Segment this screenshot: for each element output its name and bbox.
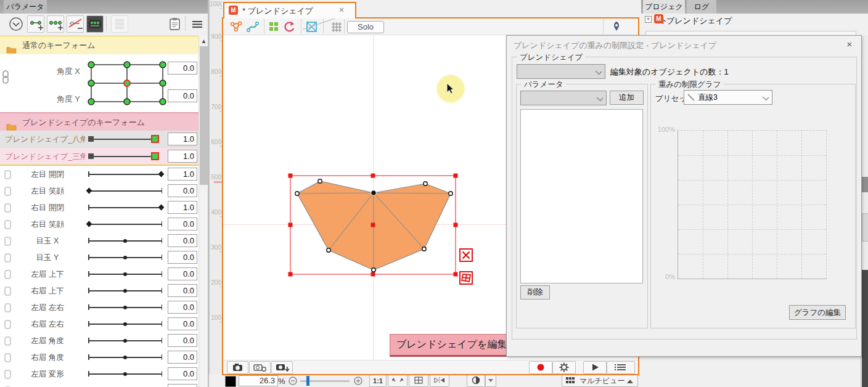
mesh-vertex[interactable] (422, 247, 426, 251)
parameter-slider[interactable] (88, 166, 162, 182)
parameter-value[interactable]: 0.0 (168, 89, 197, 102)
link-icon[interactable] (4, 170, 11, 179)
parameter-value[interactable]: 1.0 (168, 150, 197, 163)
slider-handle[interactable] (123, 322, 127, 326)
slider-keyform-handle[interactable] (151, 135, 159, 143)
parameter-value[interactable]: 0.0 (168, 62, 197, 75)
zoom-100-button[interactable]: 1:1 (369, 375, 387, 387)
parameter-value[interactable]: 1.0 (168, 201, 197, 214)
slider-handle[interactable] (123, 372, 127, 376)
parameter-value[interactable] (168, 384, 197, 387)
glue-icon[interactable] (268, 20, 281, 33)
parameter-select[interactable] (520, 91, 607, 105)
parameter-value[interactable]: 0.0 (168, 284, 197, 297)
section-header-blendshape-keyform[interactable]: ブレンドシェイプのキーフォーム (0, 112, 199, 132)
add-keyform-2-icon[interactable] (27, 15, 44, 33)
menu-icon[interactable] (189, 15, 206, 33)
tab-parameters[interactable]: パラメータ (4, 0, 47, 14)
selection-handle[interactable] (454, 223, 458, 227)
link-icon[interactable] (4, 370, 11, 379)
parameters-scrollbar[interactable]: ▲ (199, 36, 208, 387)
clipboard-icon[interactable] (166, 15, 184, 33)
parameter-value[interactable]: 0.0 (168, 334, 197, 347)
parameter-value[interactable]: 0.0 (168, 351, 197, 364)
tab-log[interactable]: ログ (687, 0, 716, 14)
mesh-vertex[interactable] (327, 248, 330, 252)
playlist-button[interactable] (607, 361, 635, 374)
parameter-value[interactable]: 0.0 (168, 184, 197, 197)
pen-icon[interactable] (610, 20, 623, 33)
mesh-vertex[interactable] (424, 182, 427, 185)
selection-handle[interactable] (371, 223, 375, 227)
rotate-deformer-icon[interactable] (283, 20, 297, 33)
slider-handle[interactable] (123, 356, 127, 359)
slider-handle[interactable] (123, 306, 127, 309)
flip-view-button[interactable] (430, 375, 449, 387)
scrollbar-thumb[interactable] (862, 177, 868, 192)
link-icon[interactable] (4, 253, 11, 263)
parameter-slider[interactable] (88, 299, 162, 316)
slider-handle[interactable] (123, 339, 127, 343)
parameter-value[interactable]: 0.0 (168, 367, 197, 380)
selection-handle[interactable] (371, 272, 375, 277)
parameter-slider[interactable] (88, 148, 162, 165)
slider-handle[interactable] (86, 221, 92, 227)
tree-item-blendshape[interactable]: ブレンドシェイプ (666, 15, 732, 26)
fit-view-button[interactable] (388, 375, 407, 387)
link-icon[interactable] (4, 187, 11, 196)
settings-button[interactable] (552, 361, 576, 374)
selection-handle[interactable] (371, 174, 375, 178)
parameter-slider[interactable] (88, 282, 162, 299)
mesh-vertex[interactable] (295, 192, 299, 195)
link-icon[interactable] (4, 203, 11, 213)
grid-toggle-button[interactable] (409, 375, 428, 387)
parameter-slider[interactable] (88, 316, 162, 332)
close-icon[interactable]: × (844, 39, 855, 50)
selection-handle[interactable] (454, 174, 458, 178)
link-icon[interactable] (4, 237, 11, 246)
scroll-up-icon[interactable]: ▲ (200, 37, 207, 45)
link-icon[interactable] (4, 320, 11, 329)
mesh-vertex[interactable] (318, 179, 322, 183)
parameter-value[interactable]: 1.0 (168, 168, 197, 181)
snapshot-export-button[interactable] (271, 361, 293, 374)
section-header-normal-keyform[interactable]: 通常のキーフォーム (0, 36, 199, 55)
selection-handle[interactable] (289, 174, 293, 178)
slider-handle[interactable] (86, 188, 92, 194)
delete-button[interactable]: 削除 (520, 285, 550, 299)
multiview-button[interactable]: マルチビュー (562, 375, 638, 387)
parameter-slider[interactable] (88, 332, 162, 349)
parameter-value[interactable]: 0.0 (168, 234, 197, 247)
snapshot-settings-button[interactable] (249, 361, 271, 374)
mesh-vertex[interactable] (449, 192, 452, 195)
slider-handle[interactable] (88, 153, 94, 159)
preset-select[interactable]: 直線3 (684, 90, 772, 105)
mesh-edit-icon[interactable] (229, 20, 243, 33)
play-button[interactable] (583, 361, 607, 374)
snapshot-button[interactable] (227, 361, 248, 374)
link-icon[interactable] (4, 303, 11, 312)
parameter-slider[interactable] (88, 232, 162, 249)
link-icon[interactable] (4, 220, 11, 229)
blendshape-select[interactable] (517, 64, 605, 79)
tree-expand-icon[interactable]: + (645, 16, 652, 23)
add-button[interactable]: 追加 (610, 91, 644, 105)
parameter-slider[interactable] (88, 182, 162, 199)
selection-handle[interactable] (454, 272, 458, 277)
path-edit-icon[interactable] (246, 20, 260, 33)
slider-handle[interactable] (123, 272, 127, 276)
close-icon[interactable]: × (339, 5, 344, 15)
scrollbar-thumb[interactable] (200, 46, 208, 185)
mesh-vertex[interactable] (372, 268, 375, 272)
background-color-swatch[interactable] (225, 376, 236, 387)
blend-display-toggle[interactable] (467, 375, 485, 387)
slider-handle[interactable] (123, 289, 127, 293)
record-button[interactable] (529, 361, 552, 374)
selection-handle[interactable] (289, 223, 293, 227)
parameter-slider[interactable] (88, 216, 162, 232)
parameter-slider[interactable] (88, 349, 162, 365)
parameter-value[interactable]: 0.0 (168, 301, 197, 314)
add-keyform-3-icon[interactable] (47, 15, 64, 33)
zoom-out-icon[interactable] (288, 376, 298, 386)
parameter-value[interactable]: 0.0 (168, 251, 197, 264)
